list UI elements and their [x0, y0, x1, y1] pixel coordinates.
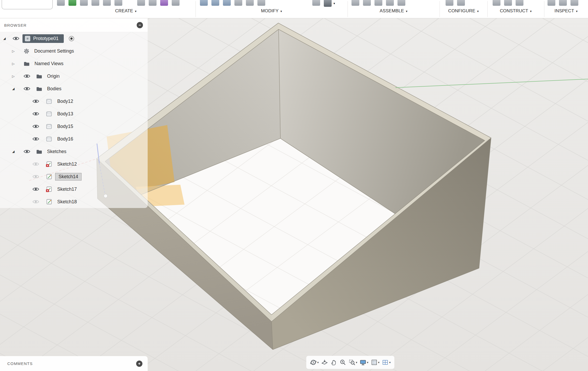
toolbar-icon[interactable] — [312, 0, 320, 6]
toolbar-icon[interactable] — [570, 0, 578, 6]
tree-item-label[interactable]: Sketch18 — [57, 199, 77, 205]
toolbar-icon[interactable] — [559, 0, 567, 6]
visibility-eye-icon[interactable] — [32, 124, 39, 129]
tree-item-label[interactable]: Sketch17 — [57, 187, 77, 192]
twistie-collapsed-icon[interactable]: ▷ — [10, 74, 16, 78]
visibility-eye-icon[interactable] — [13, 36, 19, 41]
toolbar-icon-form[interactable] — [160, 0, 168, 6]
orbit-tool[interactable]: ▾ — [310, 359, 319, 366]
tree-item-label[interactable]: Sketch12 — [57, 161, 77, 167]
toolbar-icon[interactable] — [257, 0, 265, 6]
grid-display-tool[interactable]: ▾ — [371, 359, 380, 366]
tree-item-label[interactable]: Prototype01 — [33, 36, 59, 41]
tree-row-named-views[interactable]: ▷ Named Views — [0, 57, 148, 70]
visibility-eye-icon[interactable] — [32, 99, 39, 104]
tree-row-bodies[interactable]: ◢ Bodies — [0, 82, 148, 95]
menu-modify[interactable]: MODIFY ▾ — [195, 6, 348, 16]
zoom-tool[interactable] — [339, 359, 346, 366]
toolbar-icon-shell[interactable] — [223, 0, 231, 6]
tree-row-sketch[interactable]: Sketch18 — [0, 195, 148, 208]
chevron-down-icon[interactable]: ▾ — [367, 361, 368, 364]
toolbar-icon[interactable] — [446, 0, 453, 6]
menu-assemble[interactable]: ASSEMBLE ▾ — [348, 6, 440, 16]
menu-construct[interactable]: CONSTRUCT ▾ — [487, 6, 544, 16]
tree-item-label[interactable]: Document Settings — [34, 48, 74, 54]
twistie-collapsed-icon[interactable]: ▷ — [10, 49, 16, 53]
tree-row-body[interactable]: Body13 — [0, 108, 148, 120]
chevron-down-icon[interactable]: ▾ — [356, 361, 358, 364]
toolbar-icon-new-sketch[interactable] — [57, 0, 65, 6]
tree-row-component[interactable]: ◢ Prototype01 — [0, 32, 148, 45]
toolbar-icon[interactable] — [493, 0, 500, 6]
toolbar-icon[interactable] — [80, 0, 88, 6]
toolbar-icon[interactable] — [114, 0, 122, 6]
tree-row-sketch[interactable]: Sketch14 — [0, 170, 148, 183]
toolbar-icon[interactable] — [516, 0, 523, 6]
toolbar-icon-fillet[interactable] — [211, 0, 219, 6]
visibility-eye-icon[interactable] — [32, 162, 39, 166]
toolbar-icon[interactable] — [457, 0, 465, 6]
display-settings-tool[interactable]: ▾ — [360, 359, 368, 366]
twistie-collapsed-icon[interactable]: ▷ — [10, 62, 16, 66]
twistie-expanded-icon[interactable]: ◢ — [10, 87, 16, 91]
toolbar-icon[interactable] — [149, 0, 157, 6]
selected-component-highlight[interactable]: Prototype01 — [22, 34, 64, 43]
toolbar-icon[interactable] — [137, 0, 145, 6]
toolbar-icon[interactable] — [234, 0, 242, 6]
tree-row-sketch[interactable]: Sketch17 — [0, 183, 148, 195]
dropdown-caret-icon[interactable]: ▾ — [333, 2, 335, 5]
tree-row-sketch[interactable]: Sketch12 — [0, 158, 148, 170]
tree-item-label[interactable]: Body12 — [57, 99, 73, 104]
visibility-eye-icon[interactable] — [24, 86, 30, 91]
menu-configure[interactable]: CONFIGURE ▾ — [440, 6, 487, 16]
toolbar-icon-create-plus[interactable] — [68, 0, 76, 6]
toolbar-icon[interactable] — [374, 0, 382, 6]
viewports-tool[interactable]: ▾ — [382, 359, 391, 366]
visibility-eye-icon[interactable] — [32, 174, 39, 179]
toolbar-icon[interactable] — [246, 0, 254, 6]
visibility-eye-icon[interactable] — [32, 111, 39, 116]
tree-item-label[interactable]: Body15 — [57, 124, 73, 129]
tree-item-label[interactable]: Bodies — [47, 86, 61, 92]
visibility-eye-icon[interactable] — [32, 137, 39, 141]
pan-tool[interactable] — [330, 359, 337, 366]
tree-item-label[interactable]: Named Views — [34, 61, 64, 66]
toolbar-icon[interactable] — [351, 0, 359, 6]
visibility-eye-icon[interactable] — [32, 187, 39, 192]
toolbar-icon[interactable] — [504, 0, 512, 6]
toolbar-icon[interactable] — [397, 0, 405, 6]
toolbar-icon[interactable] — [386, 0, 394, 6]
twistie-expanded-icon[interactable]: ◢ — [10, 150, 16, 153]
tree-row-body[interactable]: Body12 — [0, 95, 148, 108]
tree-row-origin[interactable]: ▷ Origin — [0, 70, 148, 82]
comments-panel[interactable]: COMMENTS — [0, 356, 148, 371]
expand-comments-button[interactable] — [136, 361, 142, 367]
toolbar-icon[interactable] — [363, 0, 371, 6]
twistie-expanded-icon[interactable]: ◢ — [2, 37, 7, 40]
toolbar-icon[interactable] — [547, 0, 555, 6]
tree-row-body[interactable]: Body16 — [0, 133, 148, 145]
tree-item-label[interactable]: Body16 — [57, 136, 73, 142]
tree-row-sketches[interactable]: ◢ Sketches — [0, 145, 148, 158]
tree-item-label[interactable]: Body13 — [57, 111, 73, 117]
tree-row-body[interactable]: Body15 — [0, 120, 148, 133]
collapse-panel-button[interactable] — [137, 22, 143, 28]
visibility-eye-icon[interactable] — [32, 199, 39, 204]
chevron-down-icon[interactable]: ▾ — [378, 361, 380, 364]
toolbar-icon[interactable] — [91, 0, 99, 6]
tree-item-label-selected[interactable]: Sketch14 — [55, 173, 82, 181]
toolbar-icon[interactable] — [103, 0, 111, 6]
tree-row-document-settings[interactable]: ▷ Document Settings — [0, 45, 148, 57]
menu-inspect[interactable]: INSPECT ▾ — [544, 6, 588, 16]
toolbar-icon[interactable] — [172, 0, 180, 6]
look-at-tool[interactable] — [321, 359, 328, 366]
menu-create[interactable]: CREATE ▾ — [56, 6, 195, 16]
chevron-down-icon[interactable]: ▾ — [317, 361, 319, 364]
chevron-down-icon[interactable]: ▾ — [389, 361, 391, 364]
visibility-eye-icon[interactable] — [24, 149, 30, 154]
tree-item-label[interactable]: Origin — [47, 74, 60, 79]
activate-component-radio[interactable] — [68, 36, 74, 42]
tree-item-label[interactable]: Sketches — [47, 149, 66, 154]
toolbar-icon-press-pull[interactable] — [200, 0, 208, 6]
visibility-eye-icon[interactable] — [24, 74, 30, 78]
